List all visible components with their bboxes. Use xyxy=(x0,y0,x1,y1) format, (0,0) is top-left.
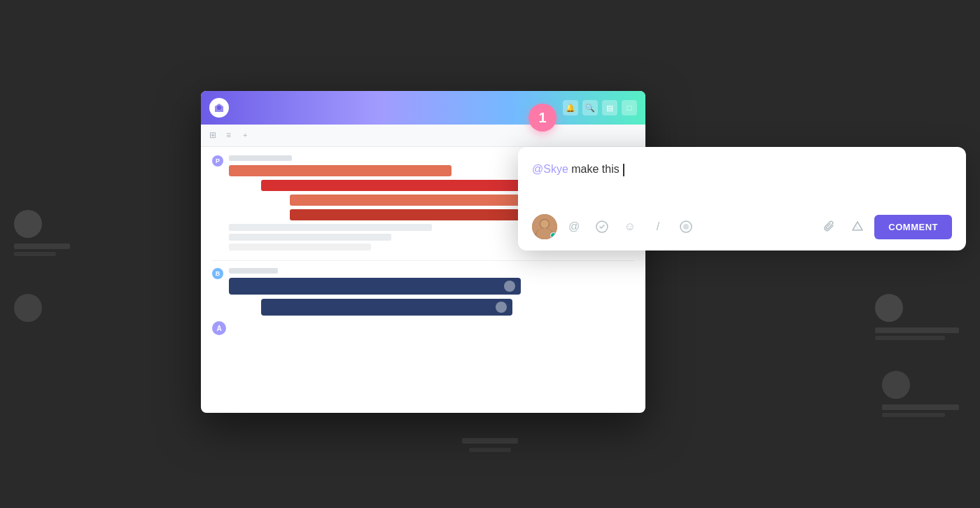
app-header: 🔔 🔍 ▤ □ xyxy=(201,91,645,125)
navy-bar-2 xyxy=(261,299,512,316)
bg-right-card-2 xyxy=(882,371,959,417)
drive-button[interactable] xyxy=(846,216,869,238)
record-button[interactable] xyxy=(675,216,697,238)
list-icon[interactable]: ≡ xyxy=(226,130,237,141)
comment-toolbar: @ ☺ / xyxy=(532,214,952,239)
text-cursor xyxy=(623,164,624,176)
user-icon[interactable]: □ xyxy=(622,100,637,115)
user-avatar xyxy=(532,214,557,239)
slash-button[interactable]: / xyxy=(647,216,669,238)
attach-button[interactable] xyxy=(818,216,841,238)
gray-bar-1 xyxy=(229,224,432,231)
task-dot-purple: P xyxy=(212,155,223,167)
comment-text-area[interactable]: @Skye make this xyxy=(532,161,952,203)
bg-person-1 xyxy=(14,210,70,256)
notification-icon[interactable]: 🔔 xyxy=(563,100,578,115)
task-label-1 xyxy=(229,155,292,161)
comment-popup: @Skye make this @ xyxy=(518,147,966,251)
task-group-blue: B xyxy=(212,268,634,316)
at-mention-button[interactable]: @ xyxy=(563,216,585,238)
app-header-icons: 🔔 🔍 ▤ □ xyxy=(563,100,637,115)
assign-button[interactable] xyxy=(591,216,613,238)
layout-icon[interactable]: ⊞ xyxy=(209,130,220,141)
comment-submit-button[interactable]: COMMENT xyxy=(874,215,952,239)
task-dot-blue: B xyxy=(212,268,223,279)
svg-point-8 xyxy=(683,224,689,230)
mention-tag: @Skye xyxy=(532,163,568,175)
red-bar-3 xyxy=(290,195,533,206)
grid-icon[interactable]: ▤ xyxy=(602,100,617,115)
svg-point-4 xyxy=(540,220,549,228)
app-card: 🔔 🔍 ▤ □ ⊞ ≡ + P xyxy=(201,91,645,413)
emoji-button[interactable]: ☺ xyxy=(619,216,641,238)
bg-bottom-text xyxy=(462,438,518,452)
red-bar-4 xyxy=(290,209,541,220)
plus-icon[interactable]: + xyxy=(243,131,253,141)
gray-bar-3 xyxy=(229,244,371,251)
app-bottom-avatar: A xyxy=(212,321,226,335)
red-bar-2 xyxy=(261,180,537,191)
comment-icons: @ ☺ / xyxy=(563,216,697,238)
section-divider xyxy=(212,260,634,261)
task-label-2 xyxy=(229,268,278,274)
app-toolbar: ⊞ ≡ + xyxy=(201,125,645,147)
app-logo xyxy=(209,98,229,118)
comment-text: make this xyxy=(568,163,622,175)
red-bar-1 xyxy=(229,165,451,176)
online-indicator xyxy=(550,232,556,239)
notification-badge: 1 xyxy=(528,104,556,132)
svg-point-0 xyxy=(217,106,221,110)
bg-person-2 xyxy=(14,294,42,327)
navy-bar-1 xyxy=(229,278,521,295)
gray-bar-2 xyxy=(229,234,391,241)
bg-right-card xyxy=(875,294,959,340)
search-header-icon[interactable]: 🔍 xyxy=(582,100,598,115)
